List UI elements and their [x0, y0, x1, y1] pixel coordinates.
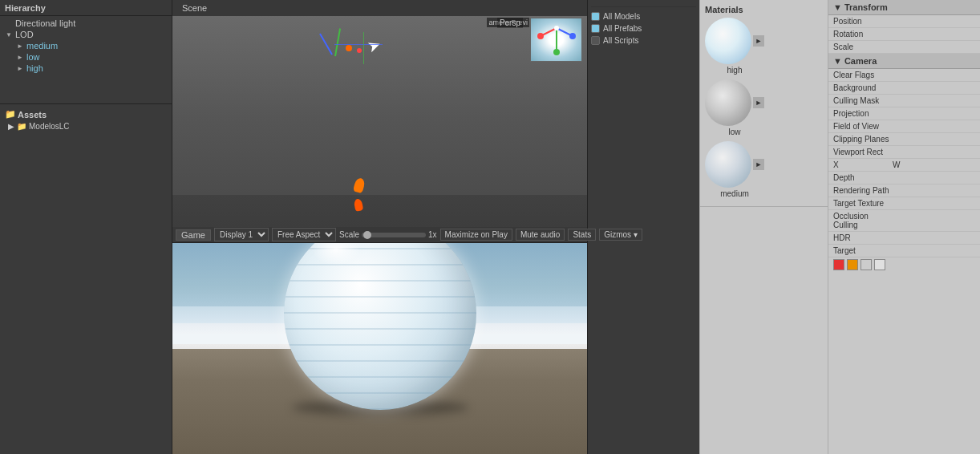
rendering-label: Rendering Path — [833, 186, 889, 195]
lod-arrow: ▼ — [5, 30, 13, 39]
fov-label: Field of View — [833, 122, 889, 131]
filter-cb-scripts[interactable] — [591, 36, 600, 45]
filter-title — [591, 2, 696, 7]
materials-title: Materials — [705, 3, 823, 18]
scale-slider[interactable] — [362, 233, 426, 237]
scene-gizmo[interactable] — [533, 20, 581, 68]
directional-light-label: Directional light — [15, 18, 75, 28]
scene-objects — [354, 178, 364, 211]
transform-section: ▼ Transform — [828, 0, 980, 15]
viewport-label: Viewport Rect — [833, 148, 889, 156]
game-tab[interactable]: Game — [176, 229, 211, 241]
clip-label: Clipping Planes — [833, 135, 889, 144]
w-label: W — [893, 160, 949, 169]
stats-btn[interactable]: Stats — [568, 229, 596, 241]
scene-viewport[interactable]: Scene — [172, 0, 587, 227]
x-label: X — [833, 160, 889, 169]
filter-all-models[interactable]: All Models — [591, 10, 696, 22]
game-view: Game Display 1 Free Aspect Scale 1x — [172, 227, 587, 454]
depth-row: Depth — [828, 172, 980, 184]
materials-section: Materials ► high ► — [700, 0, 828, 207]
assets-title: Assets — [18, 110, 47, 120]
medium-label: medium — [26, 41, 58, 51]
target-tex-row: Target Texture — [828, 197, 980, 210]
mat-name-medium: medium — [720, 189, 749, 198]
filter-label-models: All Models — [603, 12, 640, 21]
mat-sphere-low — [705, 79, 751, 126]
scene-tab[interactable]: Scene — [176, 3, 213, 13]
swatch-light[interactable] — [874, 259, 885, 270]
hier-item-directional[interactable]: Directional light — [0, 18, 172, 29]
gizmos-btn[interactable]: Gizmos ▾ — [599, 229, 642, 241]
low-label: low — [26, 52, 40, 62]
position-label: Position — [833, 17, 889, 26]
svg-point-5 — [537, 33, 544, 39]
mute-btn[interactable]: Mute audio — [516, 229, 565, 241]
filter-section: All Models All Prefabs All Scripts — [587, 0, 699, 454]
right-side: All Models All Prefabs All Scripts Mater… — [587, 0, 980, 454]
hierarchy-content: Directional light ▼ LOD ► medium ► low ►… — [0, 16, 172, 75]
clip-row: Clipping Planes — [828, 133, 980, 146]
game-options: Maximize on Play Mute audio Stats Gizmos… — [440, 229, 642, 241]
folder-icon: 📁 — [5, 109, 16, 120]
hdr-label: HDR — [833, 233, 889, 242]
assets-folder-item[interactable]: ▶ 📁 ModelosLC — [5, 121, 167, 132]
target-label-row: Target — [828, 245, 980, 257]
swatch-orange[interactable] — [847, 259, 858, 270]
mat-expand-medium[interactable]: ► — [753, 159, 764, 170]
material-item-medium[interactable]: ► medium — [705, 141, 764, 198]
materials-panel: Materials ► high ► — [699, 0, 828, 454]
folder-icon2: 📁 — [17, 122, 26, 131]
lod-label: LOD — [15, 30, 34, 39]
camera-section-title: Camera — [844, 56, 877, 66]
low-arrow: ► — [16, 53, 24, 61]
target-section-label: Target — [833, 246, 889, 255]
camera-section: ▼ Camera — [828, 54, 980, 69]
mat-name-low: low — [728, 128, 740, 136]
mat-expand-low[interactable]: ► — [753, 97, 764, 108]
app-container: Hierarchy Directional light ▼ LOD ► medi… — [0, 0, 980, 454]
scale-slider-thumb — [363, 231, 371, 239]
depth-label: Depth — [833, 173, 889, 182]
display-select[interactable]: Display 1 — [214, 228, 269, 241]
rotation-label: Rotation — [833, 30, 889, 39]
filter-all-prefabs[interactable]: All Prefabs — [591, 22, 696, 34]
center-area: Scene — [172, 0, 587, 454]
culling-label: Culling Mask — [833, 96, 889, 105]
mat-expand-high[interactable]: ► — [753, 35, 764, 47]
hier-item-medium[interactable]: ► medium — [0, 40, 172, 51]
target-swatches — [828, 257, 980, 272]
x-row: X W — [828, 159, 980, 172]
hier-item-high[interactable]: ► high — [0, 63, 172, 74]
hier-item-lod[interactable]: ▼ LOD — [0, 29, 172, 40]
background-row: Background — [828, 82, 980, 95]
occlusion-row: Occlusion Culling — [828, 210, 980, 232]
viewport-row: Viewport Rect — [828, 146, 980, 159]
scale-row: Scale — [828, 41, 980, 54]
scale-area: Scale 1x — [339, 230, 437, 239]
swatch-gray[interactable] — [861, 259, 872, 270]
material-thumbnails: ► high ► low — [705, 18, 823, 203]
aspect-select[interactable]: Free Aspect — [272, 228, 336, 241]
material-item-high[interactable]: ► high — [705, 18, 764, 75]
scene-toolbar: Scene — [172, 0, 587, 16]
scale-label: Scale — [833, 43, 889, 51]
material-item-low[interactable]: ► low — [705, 79, 764, 136]
position-row: Position — [828, 15, 980, 28]
proj-row: Projection — [828, 107, 980, 120]
rotation-row: Rotation — [828, 28, 980, 41]
filter-cb-models[interactable] — [591, 12, 600, 21]
game-controls: Display 1 Free Aspect Scale 1x — [214, 228, 437, 241]
high-arrow: ► — [16, 64, 24, 72]
game-toolbar: Game Display 1 Free Aspect Scale 1x — [172, 227, 587, 243]
scale-value: 1x — [428, 230, 437, 239]
maximize-btn[interactable]: Maximize on Play — [440, 229, 512, 241]
hier-item-low[interactable]: ► low — [0, 51, 172, 63]
svg-point-6 — [554, 26, 559, 30]
filter-cb-prefabs[interactable] — [591, 24, 600, 33]
scale-label: Scale — [339, 230, 359, 239]
filter-label-scripts: All Scripts — [603, 36, 638, 45]
filter-all-scripts[interactable]: All Scripts — [591, 34, 696, 47]
culling-row: Culling Mask — [828, 95, 980, 107]
swatch-red[interactable] — [833, 259, 844, 270]
